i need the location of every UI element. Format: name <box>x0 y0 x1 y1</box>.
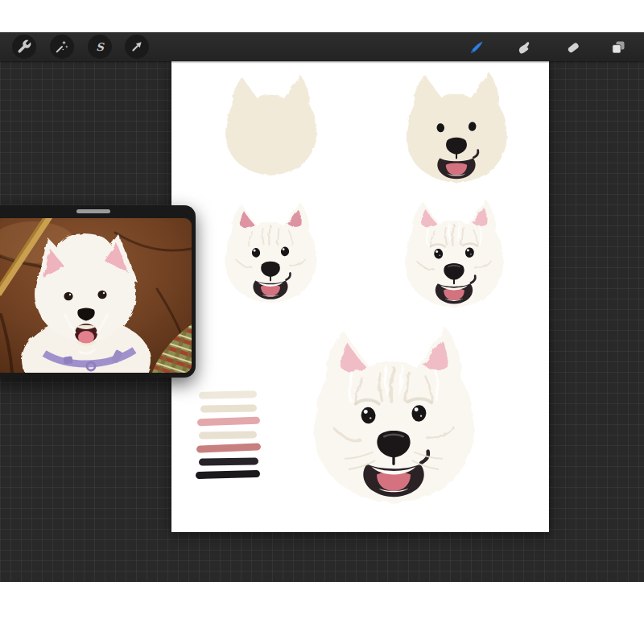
eraser-icon <box>564 38 583 57</box>
bottom-margin <box>0 582 644 644</box>
palette-swatch-4 <box>199 431 257 439</box>
palette-swatch-6 <box>199 457 258 465</box>
top-margin <box>0 0 644 32</box>
tutorial-stage-1 <box>204 71 338 182</box>
transform-button[interactable] <box>125 35 149 59</box>
actions-button[interactable] <box>12 35 36 59</box>
palette-swatch-3 <box>197 417 260 427</box>
magic-wand-icon <box>54 39 70 55</box>
reference-photo <box>0 218 192 373</box>
tutorial-stage-3 <box>210 196 331 311</box>
westie-head-drawing <box>204 71 338 182</box>
westie-head-drawing <box>389 195 519 315</box>
palette-swatch-5 <box>196 443 261 452</box>
svg-text:S: S <box>96 40 105 53</box>
workspace-background <box>0 61 644 582</box>
smudge-tool-button[interactable] <box>514 37 535 58</box>
paint-tool-button[interactable] <box>466 37 487 58</box>
westie-head-drawing <box>288 317 499 517</box>
westie-head-drawing <box>210 196 331 311</box>
tutorial-stage-2 <box>389 68 524 190</box>
palette-swatch-2 <box>200 404 257 412</box>
drawing-canvas[interactable] <box>171 61 549 532</box>
palette-swatch-7 <box>196 470 260 479</box>
palette-swatch-1 <box>199 390 257 399</box>
westie-head-drawing <box>389 68 524 190</box>
selection-s-icon: S <box>92 39 108 55</box>
reference-panel-titlebar[interactable] <box>0 205 196 218</box>
paintbrush-icon <box>467 38 486 57</box>
adjustments-button[interactable] <box>50 35 74 59</box>
layers-button[interactable] <box>608 37 629 58</box>
wrench-icon <box>16 39 32 55</box>
tutorial-stage-5 <box>288 317 499 517</box>
drag-handle[interactable] <box>76 209 110 213</box>
erase-tool-button[interactable] <box>563 37 584 58</box>
smudge-finger-icon <box>514 38 534 57</box>
layers-icon <box>609 38 628 57</box>
selection-button[interactable]: S <box>88 35 112 59</box>
transform-arrow-icon <box>129 39 145 55</box>
tutorial-stage-4 <box>389 195 519 315</box>
toolbar: S <box>0 32 644 61</box>
westie-photo-illustration <box>0 218 192 373</box>
reference-panel[interactable] <box>0 205 196 378</box>
procreate-screenshot: S <box>0 0 644 644</box>
